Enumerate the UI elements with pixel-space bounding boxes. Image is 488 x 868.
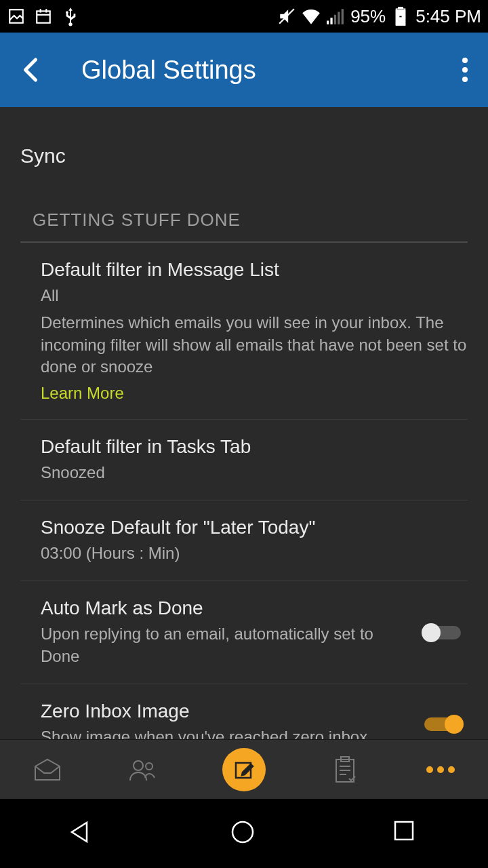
battery-icon [391,7,410,26]
setting-value: 03:00 (Hours : Min) [41,542,468,564]
section-header: GETTING STUFF DONE [20,201,468,243]
usb-icon [61,7,80,26]
app-bar: Global Settings [0,33,488,107]
toggle-auto-mark-done[interactable] [424,626,461,639]
mute-icon [277,7,296,26]
calendar-icon [34,7,53,26]
compose-button[interactable] [222,748,266,791]
learn-more-link[interactable]: Learn More [41,384,124,403]
svg-point-15 [146,763,152,770]
setting-description: Show image when you've reached zero inbo… [41,726,407,739]
setting-title: Default filter in Tasks Tab [41,436,468,458]
setting-snooze-default[interactable]: Snooze Default for "Later Today" 03:00 (… [20,500,468,581]
inbox-tab[interactable] [31,753,64,786]
nav-home-button[interactable] [229,818,259,848]
setting-title: Auto Mark as Done [41,597,407,619]
svg-rect-12 [399,7,403,9]
status-bar: 95% 5:45 PM [0,0,488,33]
setting-description: Determines which emails you will see in … [41,312,468,378]
svg-rect-1 [37,11,50,22]
gallery-icon [7,7,26,26]
setting-title: Snooze Default for "Later Today" [41,517,468,538]
clock-time: 5:45 PM [415,6,481,27]
svg-point-14 [134,761,143,770]
setting-default-filter-tasks[interactable]: Default filter in Tasks Tab Snoozed [20,420,468,500]
android-nav-bar [0,799,488,868]
setting-value: All [41,285,468,307]
back-button[interactable] [14,53,47,87]
svg-marker-22 [72,823,87,842]
setting-sync[interactable]: Sync [20,107,468,201]
wifi-icon [302,7,321,26]
svg-rect-7 [331,18,333,24]
page-title: Global Settings [81,56,256,85]
settings-content: Sync GETTING STUFF DONE Default filter i… [0,107,488,739]
svg-point-23 [232,822,253,842]
setting-title: Zero Inbox Image [41,701,407,722]
bottom-tab-bar [0,739,488,799]
setting-title: Default filter in Message List [41,259,468,281]
svg-rect-24 [395,822,413,840]
signal-icon [326,7,345,26]
setting-description: Upon replying to an email, automatically… [41,623,407,667]
setting-default-filter-messages[interactable]: Default filter in Message List All Deter… [20,243,468,420]
setting-auto-mark-done[interactable]: Auto Mark as Done Upon replying to an em… [20,581,468,684]
svg-rect-10 [342,9,344,24]
overflow-menu-button[interactable] [455,51,474,89]
toggle-zero-inbox-image[interactable] [424,717,461,731]
nav-back-button[interactable] [66,818,96,848]
setting-value: Snoozed [41,462,468,484]
more-tab[interactable] [424,753,457,786]
svg-rect-9 [338,12,340,24]
svg-rect-8 [334,15,336,24]
setting-zero-inbox-image[interactable]: Zero Inbox Image Show image when you've … [20,684,468,739]
battery-percent: 95% [350,6,386,27]
tasks-tab[interactable] [329,753,361,786]
contacts-tab[interactable] [127,753,159,786]
svg-rect-6 [327,21,329,24]
nav-recent-button[interactable] [392,818,422,848]
sync-label: Sync [20,144,66,167]
